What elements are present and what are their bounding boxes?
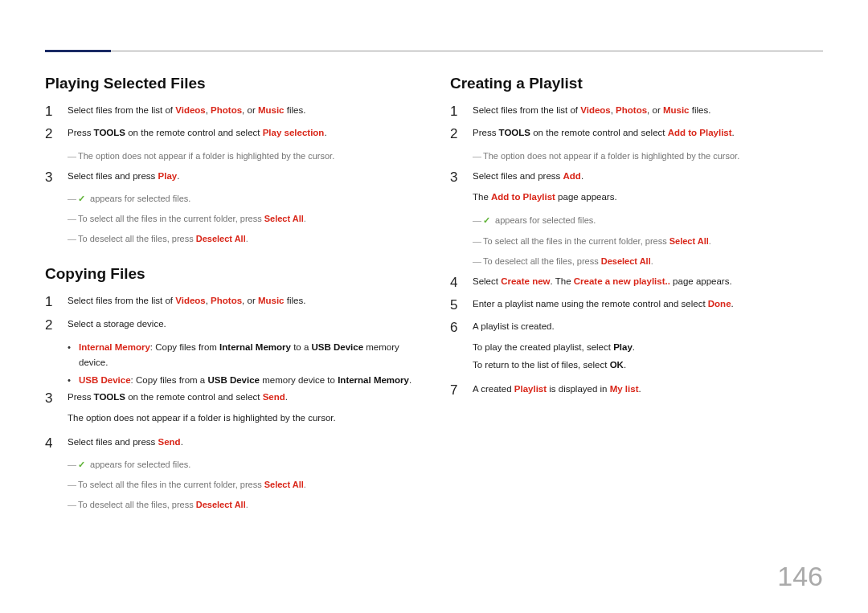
step-number: 3 bbox=[45, 390, 56, 429]
play-step-1: 1 Select files from the list of Videos, … bbox=[45, 104, 418, 120]
step-number: 5 bbox=[450, 297, 461, 313]
heading-copying-files: Copying Files bbox=[45, 265, 418, 283]
right-column: Creating a Playlist 1 Select files from … bbox=[450, 75, 823, 518]
step-text: Select files from the list of Videos, Ph… bbox=[68, 104, 418, 120]
step-number: 2 bbox=[450, 126, 461, 142]
copy-step-2: 2 Select a storage device. bbox=[45, 317, 418, 333]
step-text: Select files and press Send. bbox=[68, 435, 418, 452]
step-text: Press TOOLS on the remote control and se… bbox=[68, 126, 418, 142]
copy-step-1: 1 Select files from the list of Videos, … bbox=[45, 294, 418, 310]
copy-step-4: 4 Select files and press Send. bbox=[45, 435, 418, 452]
pl-step-3: 3 Select files and press Add. The Add to… bbox=[450, 170, 823, 208]
step-text: A created Playlist is displayed in My li… bbox=[473, 382, 823, 398]
step-text: Select files from the list of Videos, Ph… bbox=[68, 294, 418, 310]
note: The option does not appear if a folder i… bbox=[473, 149, 823, 163]
step-text: Select files from the list of Videos, Ph… bbox=[473, 104, 823, 120]
note: To select all the files in the current f… bbox=[68, 212, 418, 226]
heading-creating-playlist: Creating a Playlist bbox=[450, 75, 823, 92]
pl-step-1: 1 Select files from the list of Videos, … bbox=[450, 104, 823, 120]
play-step-3: 3 Select files and press Play. bbox=[45, 170, 418, 186]
step-number: 7 bbox=[450, 382, 461, 398]
note: The option does not appear if a folder i… bbox=[68, 149, 418, 163]
copy-step-3: 3 Press TOOLS on the remote control and … bbox=[45, 390, 418, 429]
step-number: 2 bbox=[45, 317, 56, 333]
check-icon: ✓ bbox=[78, 458, 85, 472]
step-number: 4 bbox=[450, 275, 461, 291]
step-text: Enter a playlist name using the remote c… bbox=[473, 297, 823, 313]
step-number: 1 bbox=[45, 104, 56, 120]
step-text: Select Create new. The Create a new play… bbox=[473, 275, 823, 291]
pl-step-6: 6 A playlist is created. To play the cre… bbox=[450, 320, 823, 375]
step-text: Select a storage device. bbox=[68, 317, 418, 333]
step-text: A playlist is created. To play the creat… bbox=[473, 320, 823, 375]
accent-bar bbox=[45, 50, 111, 52]
content-columns: Playing Selected Files 1 Select files fr… bbox=[45, 75, 823, 518]
note: ✓ appears for selected files. bbox=[68, 458, 418, 472]
note: To select all the files in the current f… bbox=[473, 235, 823, 248]
note: To deselect all the files, press Deselec… bbox=[68, 232, 418, 246]
step-number: 1 bbox=[450, 104, 461, 120]
divider-line bbox=[111, 51, 823, 51]
step-number: 1 bbox=[45, 294, 56, 310]
step-number: 6 bbox=[450, 320, 461, 375]
pl-step-5: 5 Enter a playlist name using the remote… bbox=[450, 297, 823, 313]
heading-playing-selected: Playing Selected Files bbox=[45, 75, 418, 92]
step-number: 2 bbox=[45, 126, 56, 142]
step-text: Select files and press Play. bbox=[68, 170, 418, 186]
step-text: Press TOOLS on the remote control and se… bbox=[473, 126, 823, 142]
play-step-2: 2 Press TOOLS on the remote control and … bbox=[45, 126, 418, 142]
page-number: 146 bbox=[777, 561, 823, 592]
note: To deselect all the files, press Deselec… bbox=[68, 498, 418, 512]
pl-step-2: 2 Press TOOLS on the remote control and … bbox=[450, 126, 823, 142]
step-number: 4 bbox=[45, 435, 56, 452]
step-text: Press TOOLS on the remote control and se… bbox=[68, 390, 418, 429]
step-number: 3 bbox=[45, 170, 56, 186]
check-icon: ✓ bbox=[78, 192, 85, 206]
bullet-internal-memory: Internal Memory: Copy files from Interna… bbox=[68, 340, 418, 370]
step-text: Select files and press Add. The Add to P… bbox=[473, 170, 823, 208]
header-rule bbox=[45, 50, 823, 52]
note: ✓ appears for selected files. bbox=[68, 192, 418, 206]
note: To deselect all the files, press Deselec… bbox=[473, 255, 823, 268]
check-icon: ✓ bbox=[483, 214, 490, 227]
pl-step-4: 4 Select Create new. The Create a new pl… bbox=[450, 275, 823, 291]
step-number: 3 bbox=[450, 170, 461, 208]
page: Playing Selected Files 1 Select files fr… bbox=[0, 0, 868, 550]
left-column: Playing Selected Files 1 Select files fr… bbox=[45, 75, 418, 518]
pl-step-7: 7 A created Playlist is displayed in My … bbox=[450, 382, 823, 398]
bullet-usb-device: USB Device: Copy files from a USB Device… bbox=[68, 373, 418, 387]
note: To select all the files in the current f… bbox=[68, 478, 418, 492]
note: ✓ appears for selected files. bbox=[473, 214, 823, 227]
